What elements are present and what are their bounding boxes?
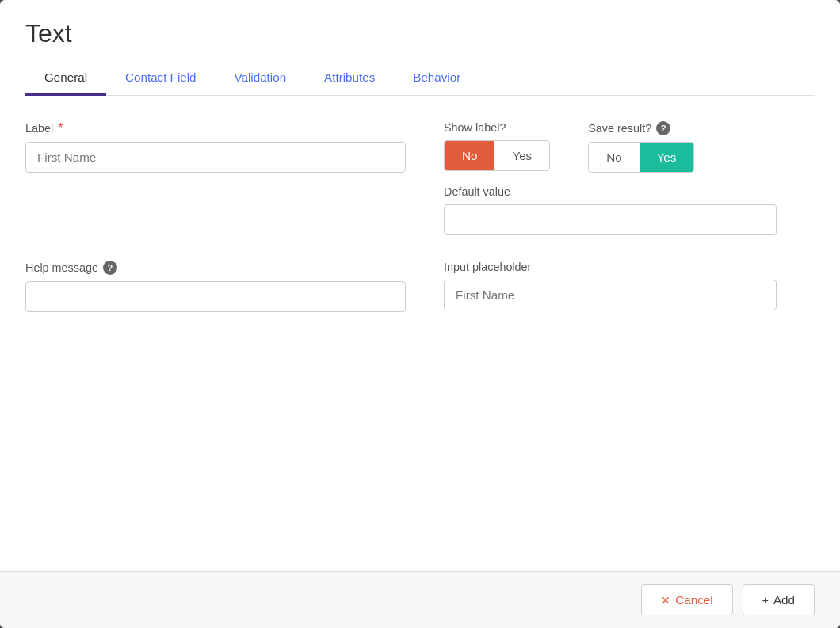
- save-result-no-btn[interactable]: No: [589, 143, 639, 172]
- add-icon: +: [762, 594, 769, 607]
- add-label: Add: [773, 593, 795, 607]
- modal-footer: ✕ Cancel + Add: [0, 571, 840, 628]
- save-result-field-label: Save result? ?: [588, 121, 694, 135]
- tab-contact-field[interactable]: Contact Field: [106, 61, 215, 96]
- modal-header: Text General Contact Field Validation At…: [0, 0, 840, 96]
- show-label-toggle: No Yes: [444, 140, 550, 171]
- save-result-group: Save result? ? No Yes: [588, 121, 694, 173]
- required-star: *: [58, 121, 63, 135]
- default-value-group: Default value: [444, 185, 777, 235]
- input-placeholder-label: Input placeholder: [444, 261, 777, 273]
- label-field-label: Label *: [25, 121, 406, 135]
- modal-body: Label * Show label? No Yes Save result? …: [0, 96, 840, 571]
- input-placeholder-group: Input placeholder: [444, 261, 777, 310]
- cancel-button[interactable]: ✕ Cancel: [641, 584, 732, 615]
- help-message-label: Help message ?: [25, 261, 406, 275]
- default-value-row: Default value: [444, 185, 815, 235]
- tab-validation[interactable]: Validation: [216, 61, 306, 96]
- tab-attributes[interactable]: Attributes: [305, 61, 394, 96]
- second-form-row: Help message ? Input placeholder: [25, 261, 815, 312]
- show-label-yes-btn[interactable]: Yes: [494, 141, 549, 170]
- tab-general[interactable]: General: [25, 61, 106, 96]
- help-message-group: Help message ?: [25, 261, 406, 312]
- show-label-field-label: Show label?: [444, 121, 550, 134]
- first-form-row: Label * Show label? No Yes Save result? …: [25, 121, 815, 173]
- show-label-no-btn[interactable]: No: [445, 141, 494, 170]
- save-result-toggle: No Yes: [588, 142, 694, 173]
- save-result-help-icon[interactable]: ?: [656, 121, 670, 135]
- label-group: Label *: [25, 121, 406, 173]
- cancel-label: Cancel: [675, 593, 712, 607]
- default-value-input[interactable]: [444, 204, 777, 235]
- show-label-group: Show label? No Yes: [444, 121, 550, 171]
- tab-behavior[interactable]: Behavior: [394, 61, 479, 96]
- help-message-input[interactable]: [25, 281, 406, 312]
- default-value-label: Default value: [444, 185, 777, 198]
- input-placeholder-input[interactable]: [444, 280, 777, 310]
- help-message-help-icon[interactable]: ?: [103, 261, 117, 275]
- save-result-yes-btn[interactable]: Yes: [640, 143, 694, 172]
- modal-title: Text: [25, 19, 815, 48]
- tabs: General Contact Field Validation Attribu…: [25, 61, 815, 96]
- cancel-icon: ✕: [661, 594, 670, 607]
- label-input[interactable]: [25, 142, 406, 173]
- add-button[interactable]: + Add: [743, 584, 815, 615]
- modal: Text General Contact Field Validation At…: [0, 0, 840, 628]
